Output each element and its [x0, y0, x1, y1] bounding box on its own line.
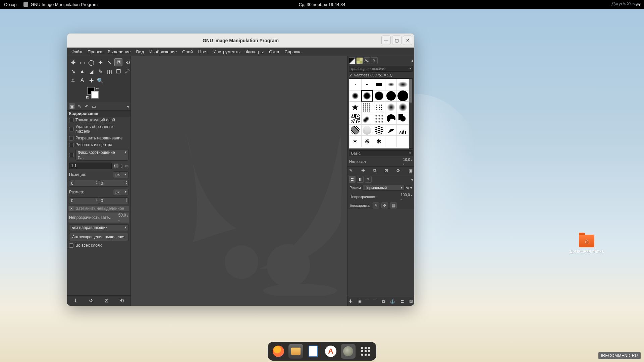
tab-device-status[interactable]: ✎ — [76, 103, 82, 109]
brush-texture-1[interactable] — [349, 124, 361, 136]
blend-mode-dropdown[interactable]: Нормальный — [362, 185, 405, 191]
tool-move[interactable]: ✥ — [69, 58, 77, 66]
brush-new-button[interactable]: ✚ — [361, 168, 365, 173]
brush-hard-100[interactable] — [385, 90, 397, 102]
landscape-orientation-button[interactable]: ▭ — [125, 164, 128, 168]
top-app-menu[interactable]: GNU Image Manipulation Program — [23, 2, 98, 7]
brush-duplicate-button[interactable]: ⧉ — [373, 168, 376, 173]
brush-sparks-2[interactable] — [373, 102, 385, 113]
tool-bucket[interactable]: ▲ — [78, 67, 86, 75]
brush-soft-large[interactable] — [397, 79, 409, 90]
activities-button[interactable]: Обзор — [4, 2, 17, 7]
dock-gimp[interactable] — [341, 344, 356, 359]
tool-text[interactable]: A — [78, 76, 86, 84]
dock-show-apps[interactable] — [358, 344, 373, 359]
position-y-input[interactable]: 0 — [99, 180, 129, 187]
brush-grunge-1[interactable] — [385, 113, 397, 124]
tool-crop[interactable]: ⧉ — [114, 58, 122, 66]
tab-help[interactable]: ? — [371, 57, 378, 64]
tool-eraser[interactable]: ◫ — [105, 67, 113, 75]
dock-firefox[interactable] — [271, 344, 286, 359]
tab-layers[interactable]: ≣ — [349, 176, 356, 183]
brush-spray[interactable] — [385, 102, 397, 113]
lock-position-button[interactable]: ✥ — [381, 202, 388, 208]
layer-anchor-button[interactable]: ⚓ — [390, 299, 395, 304]
mode-reset-button[interactable]: ⟲ — [406, 186, 409, 190]
autoshrink-button[interactable]: Автосокращение выделения — [69, 233, 128, 241]
tool-zoom[interactable]: 🔍 — [96, 76, 104, 84]
brush-hard-025[interactable] — [349, 90, 361, 102]
brush-leaf[interactable] — [385, 124, 397, 136]
clear-ratio-button[interactable]: ⌫ — [114, 164, 118, 168]
brush-edit-button[interactable]: ✎ — [349, 168, 353, 173]
dock-software[interactable]: A — [323, 344, 338, 359]
brush-splat-3[interactable]: ✱ — [373, 136, 385, 147]
layer-down-button[interactable]: ˅ — [374, 299, 377, 304]
position-x-input[interactable]: 0 — [69, 180, 99, 187]
size-h-input[interactable]: 0 — [99, 197, 129, 204]
brush-soft-small[interactable] — [385, 79, 397, 90]
tool-scale[interactable]: ↘ — [105, 58, 113, 66]
brush-splat-2[interactable]: ❋ — [361, 136, 373, 147]
brush-sparks-1[interactable] — [361, 102, 373, 113]
tool-align[interactable]: ▭ — [78, 58, 86, 66]
brush-star[interactable]: ★ — [349, 102, 361, 113]
tab-paths[interactable]: ✎ — [365, 176, 372, 183]
dock-files[interactable] — [288, 344, 303, 359]
brush-hard-050[interactable] — [361, 90, 373, 102]
brush-filter-input[interactable]: фильтр по меткам — [349, 66, 413, 72]
menu-help[interactable]: Справка — [282, 48, 304, 55]
menu-tools[interactable]: Инструменты — [211, 48, 243, 55]
highlight-opacity-value[interactable]: 50,0 — [118, 213, 128, 222]
portrait-orientation-button[interactable]: ▯ — [120, 164, 123, 168]
save-preset-button[interactable]: ⤓ — [73, 298, 78, 304]
brushes-tab-menu[interactable]: ◂ — [411, 59, 413, 63]
color-swatches[interactable]: ⇄ ◩ — [87, 87, 130, 101]
brush-scrollbar[interactable] — [409, 79, 413, 148]
menu-filters[interactable]: Фильтры — [244, 48, 266, 55]
menu-windows[interactable]: Окна — [267, 48, 281, 55]
brush-chalk-3[interactable] — [373, 113, 385, 124]
swap-colors-icon[interactable]: ⇄ — [96, 86, 99, 90]
menu-edit[interactable]: Правка — [85, 48, 105, 55]
image-canvas[interactable] — [131, 56, 347, 306]
brush-block[interactable] — [373, 79, 385, 90]
window-close-button[interactable]: ✕ — [403, 36, 412, 45]
brush-preset-selector[interactable]: Basic, — [349, 150, 413, 156]
tool-fuzzy-select[interactable]: ✦ — [96, 58, 104, 66]
brush-grunge-2[interactable] — [397, 113, 409, 124]
layer-duplicate-button[interactable]: ⧉ — [382, 299, 385, 304]
menu-select[interactable]: Выделение — [105, 48, 133, 55]
opacity-value[interactable]: 100,0 — [400, 193, 412, 201]
tab-patterns[interactable] — [356, 57, 363, 64]
aspect-ratio-input[interactable]: 1:1 — [69, 163, 112, 169]
chk-from-center[interactable] — [69, 143, 73, 147]
tab-undo-history[interactable]: ↶ — [84, 103, 90, 109]
brush-open-as-image-button[interactable]: ▣ — [409, 168, 413, 173]
tab-fonts[interactable]: Aa — [364, 57, 370, 64]
dock-document[interactable] — [306, 344, 321, 359]
brush-chalk-2[interactable] — [361, 113, 373, 124]
brush-chalk-1[interactable] — [349, 113, 361, 124]
brush-texture-3[interactable] — [373, 124, 385, 136]
tool-clone[interactable]: ❐ — [114, 67, 122, 75]
tool-transform[interactable]: ⟲ — [123, 58, 131, 66]
layers-tab-menu[interactable]: ◂ — [411, 177, 413, 182]
tool-pencil[interactable]: ✎ — [96, 67, 104, 75]
reset-preset-button[interactable]: ⟲ — [120, 298, 124, 304]
tool-heal[interactable]: ✚ — [87, 76, 95, 84]
window-minimize-button[interactable]: — — [381, 36, 391, 45]
layers-list[interactable] — [347, 209, 414, 297]
brush-empty-1[interactable] — [385, 136, 397, 147]
size-unit-dropdown[interactable]: px — [113, 189, 128, 195]
chk-allow-growing[interactable] — [69, 136, 73, 140]
layer-new-button[interactable]: ✚ — [349, 299, 353, 304]
mode-menu-button[interactable]: ▾ — [410, 186, 412, 190]
delete-preset-button[interactable]: ⊠ — [104, 298, 109, 304]
window-maximize-button[interactable]: ▢ — [392, 36, 401, 45]
brush-hard-giant[interactable] — [397, 90, 409, 102]
tool-paths[interactable]: ⎌ — [69, 76, 77, 84]
tab-images[interactable]: ▭ — [91, 103, 97, 109]
brush-grass[interactable] — [397, 124, 409, 136]
chk-delete-cropped[interactable] — [69, 127, 73, 131]
